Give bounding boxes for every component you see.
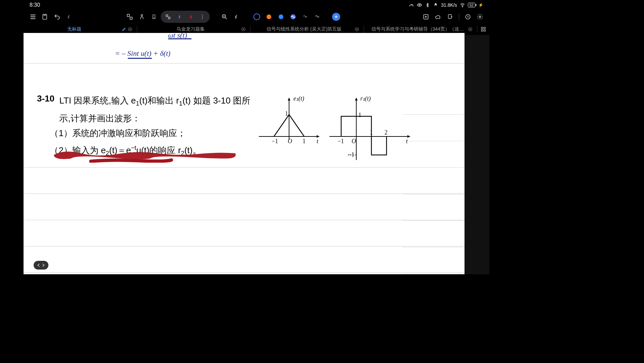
svg-point-5 xyxy=(141,14,143,16)
tab-label: 无标题 xyxy=(28,26,121,32)
save-button[interactable] xyxy=(40,11,50,22)
undo-button[interactable] xyxy=(52,11,63,22)
problem-figures: e₁(t) 1 −1 O 1 t xyxy=(255,93,417,163)
lasso-tool[interactable] xyxy=(163,11,173,22)
pencil-icon[interactable] xyxy=(121,26,127,32)
export-button[interactable] xyxy=(445,11,455,22)
svg-text:−1: −1 xyxy=(272,138,278,145)
svg-marker-25 xyxy=(288,98,290,100)
shapes-tool[interactable] xyxy=(124,11,135,22)
problem-number: 3-10 xyxy=(37,93,58,104)
handwriting-underline-1 xyxy=(168,38,192,39)
handwriting-underline-2 xyxy=(128,58,152,59)
svg-text:−1: −1 xyxy=(337,138,344,145)
svg-text:r₁(t): r₁(t) xyxy=(360,95,371,102)
divider-tool[interactable]: | xyxy=(197,11,208,22)
orange-swatch[interactable] xyxy=(264,11,274,22)
wave-2-swatch[interactable] xyxy=(312,11,323,22)
wave-fill-swatch[interactable] xyxy=(288,11,298,22)
add-swatch-button[interactable]: + xyxy=(332,13,340,21)
hollow-circle-swatch[interactable] xyxy=(251,11,262,22)
svg-text:1: 1 xyxy=(358,112,361,118)
close-icon[interactable] xyxy=(354,26,360,32)
close-icon[interactable] xyxy=(240,26,246,32)
search-zoom-tool[interactable] xyxy=(219,11,230,22)
history-button[interactable] xyxy=(462,11,473,22)
svg-rect-4 xyxy=(130,17,132,19)
svg-rect-6 xyxy=(166,15,168,16)
all-tabs-button[interactable] xyxy=(477,24,489,35)
bluetooth-icon xyxy=(425,2,430,8)
wave-1-swatch[interactable] xyxy=(300,11,311,22)
page-nav-pill[interactable] xyxy=(34,261,48,270)
close-icon[interactable] xyxy=(127,26,133,32)
svg-marker-33 xyxy=(407,135,410,138)
speed-icon xyxy=(409,2,414,8)
svg-marker-35 xyxy=(355,98,358,100)
svg-marker-23 xyxy=(317,135,319,138)
back-tool[interactable] xyxy=(231,11,242,22)
read-tool[interactable] xyxy=(136,11,147,22)
svg-text:2: 2 xyxy=(385,129,388,136)
pen-tool-group: | xyxy=(161,11,210,23)
svg-text:e₁(t): e₁(t) xyxy=(293,95,304,102)
svg-rect-18 xyxy=(481,27,483,29)
svg-text:1: 1 xyxy=(303,138,306,145)
close-icon[interactable] xyxy=(467,26,473,32)
pen-blue-tool[interactable] xyxy=(174,11,185,22)
status-time: 8:30 xyxy=(30,2,40,8)
status-bar: 8:30 31.8K/s 52 ⚡ xyxy=(24,0,489,10)
svg-rect-21 xyxy=(484,30,486,32)
tab-label: 马金龙习题集 xyxy=(141,26,241,32)
tab-label: 信号与系统学习与考研辅导（344页）（这… xyxy=(368,26,468,32)
svg-rect-19 xyxy=(484,27,486,29)
cloud-button[interactable] xyxy=(433,11,443,22)
app-viewport: 8:30 31.8K/s 52 ⚡ xyxy=(24,0,489,274)
svg-text:t: t xyxy=(317,138,319,145)
svg-rect-20 xyxy=(481,30,483,32)
svg-text:O: O xyxy=(352,138,356,145)
battery-indicator: 52 xyxy=(468,3,475,7)
svg-text:t: t xyxy=(406,138,408,145)
main-toolbar: | + xyxy=(24,10,489,24)
svg-text:1: 1 xyxy=(285,110,288,117)
tab-label: 信号与线性系统分析 (吴大正)第五版 xyxy=(254,26,354,32)
eye-icon xyxy=(417,2,422,8)
svg-rect-3 xyxy=(127,14,130,17)
wifi-icon xyxy=(460,2,465,8)
svg-point-1 xyxy=(462,7,462,7)
mute-icon xyxy=(433,2,438,8)
svg-rect-2 xyxy=(43,14,47,19)
bookmark-tool[interactable] xyxy=(149,11,159,22)
settings-button[interactable] xyxy=(475,11,485,22)
highlighter-red-tool[interactable] xyxy=(186,11,196,22)
redo-button[interactable] xyxy=(64,11,75,22)
svg-text:O: O xyxy=(288,138,292,145)
canvas-area[interactable]: ωt s(t) = – Sint u(t) + δ(t) 3-10 LTI 因果… xyxy=(24,35,489,274)
add-page-button[interactable] xyxy=(420,11,431,22)
note-page[interactable]: ωt s(t) = – Sint u(t) + δ(t) 3-10 LTI 因果… xyxy=(24,33,465,274)
red-highlight-stroke xyxy=(50,147,239,163)
svg-text:−1: −1 xyxy=(348,151,354,158)
menu-button[interactable] xyxy=(28,11,38,22)
blue-swatch[interactable] xyxy=(276,11,286,22)
svg-text:1: 1 xyxy=(370,129,373,136)
handwriting-main: = – Sint u(t) + δ(t) xyxy=(115,49,170,58)
status-netspeed: 31.8K/s xyxy=(441,2,457,8)
svg-rect-11 xyxy=(448,14,451,18)
charging-icon: ⚡ xyxy=(478,2,483,8)
svg-point-0 xyxy=(419,4,420,5)
svg-rect-7 xyxy=(168,17,170,19)
svg-point-13 xyxy=(479,16,481,18)
